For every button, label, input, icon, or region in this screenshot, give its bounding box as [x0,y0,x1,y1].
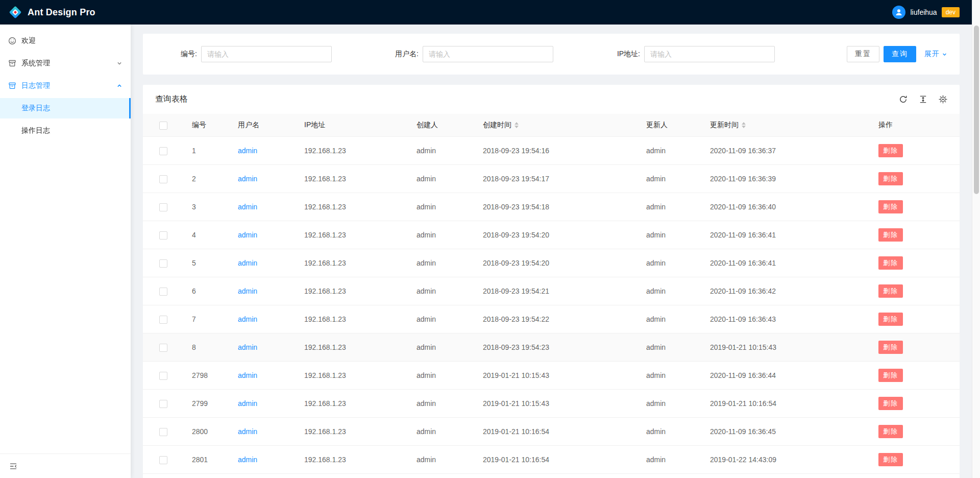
collapse-sidebar-icon[interactable] [9,462,17,470]
ip-input[interactable] [644,46,775,62]
cell-updater: admin [638,418,702,446]
cell-username: admin [230,305,296,333]
cell-updated: 2019-01-21 10:15:43 [702,333,870,362]
username-link[interactable]: admin [238,427,257,436]
column-header-creator: 创建人 [408,114,475,137]
search-filter-card: 编号: 用户名: IP地址: 重置 查询 展开 [143,34,960,75]
row-checkbox[interactable] [159,372,167,380]
box-icon [8,59,16,67]
cell-username: admin [230,277,296,305]
cell-ip: 192.168.1.23 [296,418,408,446]
settings-icon[interactable] [939,95,947,104]
row-select-cell [143,446,184,474]
username-link[interactable]: admin [238,287,257,295]
table-toolbar: 查询表格 [143,85,960,114]
column-height-icon[interactable] [919,95,927,104]
search-button[interactable]: 查询 [884,46,916,62]
row-checkbox[interactable] [159,428,167,436]
cell-ip: 192.168.1.23 [296,221,408,249]
delete-button[interactable]: 删除 [878,341,903,354]
sorter-icon[interactable] [514,122,519,128]
cell-updated: 2019-01-22 14:43:09 [702,446,870,474]
cell-updater: admin [638,474,702,478]
row-checkbox[interactable] [159,259,167,268]
table-row: 2admin192.168.1.23admin2018-09-23 19:54:… [143,165,960,193]
sidebar-item-login-log[interactable]: 登录日志 [0,98,131,118]
cell-action: 删除 [870,165,960,193]
sidebar-item-log-management[interactable]: 日志管理 [0,76,131,96]
delete-button[interactable]: 删除 [878,453,903,466]
scrollbar-thumb[interactable] [974,26,979,194]
username-link[interactable]: admin [238,456,257,464]
cell-action: 删除 [870,193,960,221]
row-checkbox[interactable] [159,175,167,183]
reload-icon[interactable] [899,95,908,104]
column-header-created[interactable]: 创建时间 [475,114,638,137]
delete-button[interactable]: 删除 [878,200,903,213]
cell-ip: 192.168.1.23 [296,446,408,474]
cell-ip: 192.168.1.23 [296,390,408,418]
sorter-icon[interactable] [742,122,746,128]
delete-button[interactable]: 删除 [878,284,903,298]
reset-button[interactable]: 重置 [847,46,879,62]
username-input[interactable] [423,46,553,62]
cell-updater: admin [638,390,702,418]
username-link[interactable]: admin [238,371,257,379]
delete-button[interactable]: 删除 [878,313,903,326]
sidebar-item-system-management[interactable]: 系统管理 [0,53,131,74]
row-select-cell [143,137,184,165]
avatar[interactable] [892,6,905,19]
delete-button[interactable]: 删除 [878,172,903,185]
username-link[interactable]: admin [238,231,257,239]
username-link[interactable]: admin [238,147,257,155]
cell-ip: 192.168.1.23 [296,362,408,390]
row-checkbox[interactable] [159,316,167,324]
sidebar-item-welcome[interactable]: 欢迎 [0,31,131,51]
delete-button[interactable]: 删除 [878,144,903,157]
sidebar-item-operation-log[interactable]: 操作日志 [0,121,131,141]
row-checkbox[interactable] [159,203,167,211]
row-checkbox[interactable] [159,147,167,155]
id-input[interactable] [201,46,332,62]
select-all-checkbox[interactable] [159,122,167,130]
cell-action: 删除 [870,362,960,390]
table-row: 1admin192.168.1.23admin2018-09-23 19:54:… [143,137,960,165]
table-body: 1admin192.168.1.23admin2018-09-23 19:54:… [143,137,960,478]
cell-ip: 192.168.1.23 [296,277,408,305]
username-link[interactable]: admin [238,399,257,408]
cell-username: admin [230,221,296,249]
row-checkbox[interactable] [159,344,167,352]
username-link[interactable]: admin [238,259,257,267]
username-link[interactable]: admin [238,315,257,323]
cell-creator: admin [408,193,475,221]
cell-creator: admin [408,249,475,277]
delete-button[interactable]: 删除 [878,228,903,242]
scrollbar[interactable] [972,0,980,478]
delete-button[interactable]: 删除 [878,369,903,382]
cell-action: 删除 [870,446,960,474]
username-link[interactable]: admin [238,343,257,351]
delete-button[interactable]: 删除 [878,425,903,438]
id-label: 编号: [155,50,197,59]
cell-created: 2018-09-23 19:54:22 [475,305,638,333]
cell-creator: admin [408,165,475,193]
delete-button[interactable]: 删除 [878,397,903,410]
user-menu[interactable]: liufeihua dev [892,6,960,19]
cell-action: 删除 [870,418,960,446]
cell-creator: admin [408,418,475,446]
row-checkbox[interactable] [159,288,167,296]
app-logo[interactable]: Ant Design Pro [8,5,95,19]
username-link[interactable]: admin [238,203,257,211]
expand-link[interactable]: 展开 [924,50,947,59]
app-title: Ant Design Pro [28,7,95,18]
row-checkbox[interactable] [159,456,167,464]
username-link[interactable]: admin [238,175,257,183]
cell-username: admin [230,362,296,390]
menu-label: 系统管理 [21,59,50,68]
cell-id: 1 [184,137,230,165]
delete-button[interactable]: 删除 [878,256,903,270]
cell-updated: 2020-11-09 16:36:43 [702,305,870,333]
column-header-updated[interactable]: 更新时间 [702,114,870,137]
row-checkbox[interactable] [159,231,167,240]
row-checkbox[interactable] [159,400,167,408]
